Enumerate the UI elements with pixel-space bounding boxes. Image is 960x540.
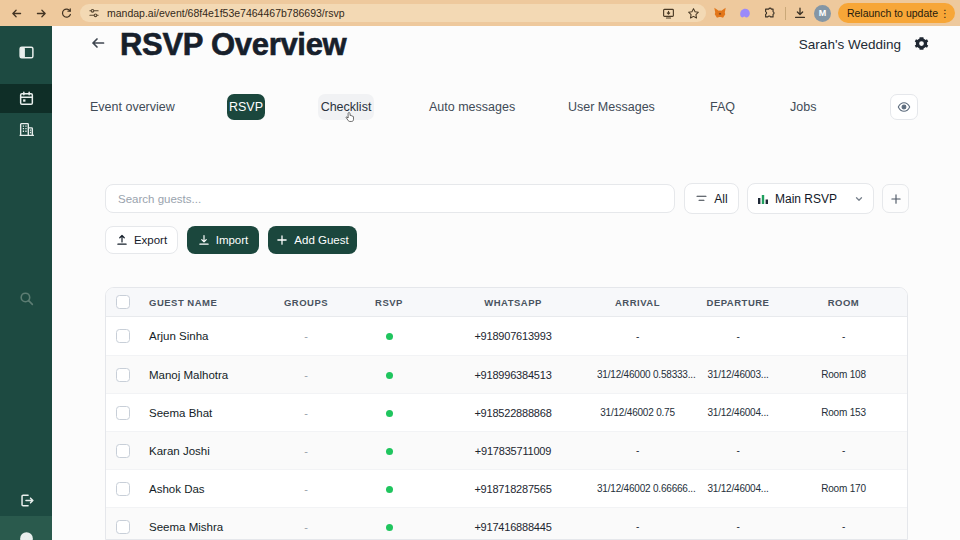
sidebar-search-icon[interactable] xyxy=(0,284,52,312)
import-button[interactable]: Import xyxy=(187,226,259,254)
cell-room: Room 170 xyxy=(798,483,908,494)
col-guest-name: GUEST NAME xyxy=(139,297,263,308)
back-button[interactable] xyxy=(90,35,108,53)
cell-departure: 31/12/46004... xyxy=(678,483,798,494)
settings-gear-icon[interactable] xyxy=(914,36,930,52)
row-checkbox[interactable] xyxy=(116,444,130,458)
preview-eye-button[interactable] xyxy=(890,94,918,120)
app-window: mandap.ai/event/68f4e1f53e7464467b786693… xyxy=(0,0,960,540)
col-departure: DEPARTURE xyxy=(678,297,798,308)
guest-row[interactable]: Seema Bhat-+91852288886831/12/46002 0.75… xyxy=(106,393,907,431)
plus-icon xyxy=(276,234,288,246)
cell-whatsapp: +917416888445 xyxy=(429,521,597,533)
sidebar-toggle-icon[interactable] xyxy=(0,38,52,66)
col-groups: GROUPS xyxy=(263,297,349,308)
bookmark-star-icon[interactable] xyxy=(687,7,700,20)
row-checkbox[interactable] xyxy=(116,520,130,534)
metamask-extension-icon[interactable] xyxy=(713,6,728,21)
cell-guest-name: Karan Joshi xyxy=(139,445,263,457)
col-room: ROOM xyxy=(798,297,908,308)
tab-event-overview[interactable]: Event overview xyxy=(90,100,175,114)
cell-room: Room 108 xyxy=(798,369,908,380)
site-info-icon[interactable] xyxy=(88,7,100,19)
rsvp-status-dot xyxy=(386,486,393,493)
search-input[interactable] xyxy=(105,184,675,213)
browser-forward-icon[interactable] xyxy=(33,5,49,21)
sidebar-logout-icon[interactable] xyxy=(0,486,52,514)
cell-arrival: - xyxy=(597,445,678,456)
cell-whatsapp: +918718287565 xyxy=(429,483,597,495)
browser-reload-icon[interactable] xyxy=(58,5,74,21)
row-checkbox[interactable] xyxy=(116,482,130,496)
guest-row[interactable]: Seema Mishra-+917416888445--- xyxy=(106,507,907,540)
cell-arrival: - xyxy=(597,521,678,532)
add-guest-button[interactable]: Add Guest xyxy=(268,226,357,254)
guest-row[interactable]: Manoj Malhotra-+91899638451331/12/46000 … xyxy=(106,355,907,393)
cell-rsvp-status xyxy=(349,369,429,381)
browser-toolbar: mandap.ai/event/68f4e1f53e7464467b786693… xyxy=(0,0,960,26)
guest-table: GUEST NAME GROUPS RSVP WHATSAPP ARRIVAL … xyxy=(105,287,908,540)
add-rsvp-list-button[interactable] xyxy=(882,184,909,213)
sidebar: ? xyxy=(0,26,52,540)
tab-auto-messages[interactable]: Auto messages xyxy=(429,100,515,114)
extensions-puzzle-icon[interactable] xyxy=(763,6,778,21)
install-app-icon[interactable] xyxy=(662,7,675,20)
toolbar-separator xyxy=(785,7,786,20)
cell-rsvp-status xyxy=(349,407,429,419)
main-content: RSVP Overview Sarah's Wedding Event over… xyxy=(52,26,960,540)
tab-rsvp[interactable]: RSVP xyxy=(227,94,265,120)
cell-guest-name: Manoj Malhotra xyxy=(139,369,263,381)
page-title: RSVP Overview xyxy=(120,27,346,63)
profile-avatar[interactable]: M xyxy=(814,5,831,22)
export-button[interactable]: Export xyxy=(105,226,178,254)
url-text: mandap.ai/event/68f4e1f53e7464467b786693… xyxy=(107,7,345,19)
cell-rsvp-status xyxy=(349,483,429,495)
cell-guest-name: Ashok Das xyxy=(139,483,263,495)
relaunch-to-update-button[interactable]: Relaunch to update ⋮ xyxy=(838,3,955,23)
rsvp-list-select[interactable]: Main RSVP xyxy=(747,183,874,214)
cell-departure: 31/12/46003... xyxy=(678,369,798,380)
cell-rsvp-status xyxy=(349,521,429,533)
sidebar-help-icon[interactable]: ? xyxy=(0,524,52,540)
select-all-checkbox[interactable] xyxy=(116,295,130,309)
cell-arrival: 31/12/46002 0.66666... xyxy=(597,483,678,494)
browser-menu-icon[interactable]: ⋮ xyxy=(940,6,950,20)
cell-groups: - xyxy=(263,445,349,457)
table-header-row: GUEST NAME GROUPS RSVP WHATSAPP ARRIVAL … xyxy=(106,288,907,317)
cell-rsvp-status xyxy=(349,445,429,457)
cell-whatsapp: +918907613993 xyxy=(429,330,597,342)
row-checkbox[interactable] xyxy=(116,368,130,382)
mouse-cursor xyxy=(344,111,357,125)
col-arrival: ARRIVAL xyxy=(597,297,678,308)
cell-arrival: 31/12/46002 0.75 xyxy=(597,407,678,418)
sidebar-item-venues-icon[interactable] xyxy=(0,115,52,143)
cell-groups: - xyxy=(263,330,349,342)
tab-user-messages[interactable]: User Messages xyxy=(568,100,655,114)
address-bar[interactable]: mandap.ai/event/68f4e1f53e7464467b786693… xyxy=(80,4,706,22)
phantom-extension-icon[interactable] xyxy=(738,6,753,21)
rsvp-status-dot xyxy=(386,333,393,340)
browser-back-icon[interactable] xyxy=(8,5,24,21)
tab-jobs[interactable]: Jobs xyxy=(790,100,816,114)
chevron-down-icon xyxy=(854,194,864,204)
filter-button[interactable]: All xyxy=(684,183,739,214)
guest-row[interactable]: Karan Joshi-+917835711009--- xyxy=(106,431,907,469)
row-checkbox[interactable] xyxy=(116,406,130,420)
guest-row[interactable]: Arjun Sinha-+918907613993--- xyxy=(106,317,907,355)
table-body: Arjun Sinha-+918907613993---Manoj Malhot… xyxy=(106,317,907,540)
downloads-icon[interactable] xyxy=(793,6,808,21)
event-name: Sarah's Wedding xyxy=(799,37,901,52)
cell-departure: - xyxy=(678,445,798,456)
row-checkbox[interactable] xyxy=(116,329,130,343)
col-whatsapp: WHATSAPP xyxy=(429,297,597,308)
sidebar-item-events-icon[interactable] xyxy=(0,84,52,112)
tab-faq[interactable]: FAQ xyxy=(710,100,735,114)
cell-arrival: - xyxy=(597,331,678,342)
cell-whatsapp: +917835711009 xyxy=(429,445,597,457)
cell-guest-name: Arjun Sinha xyxy=(139,330,263,342)
cell-groups: - xyxy=(263,407,349,419)
guest-row[interactable]: Ashok Das-+91871828756531/12/46002 0.666… xyxy=(106,469,907,507)
cell-departure: - xyxy=(678,521,798,532)
rsvp-status-dot xyxy=(386,410,393,417)
chart-icon xyxy=(757,193,769,205)
